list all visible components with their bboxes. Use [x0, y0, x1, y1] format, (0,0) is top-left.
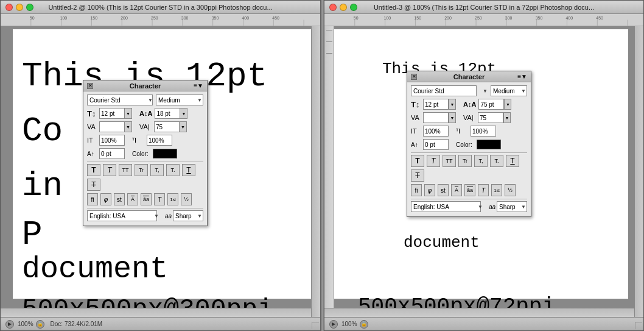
svg-text:50: 50: [30, 16, 35, 20]
oldstyle-btn-left[interactable]: φ: [100, 193, 111, 205]
font-size-field-left[interactable]: [99, 108, 125, 119]
info-icon-right[interactable]: 🔒: [360, 320, 368, 329]
kerning-field-left[interactable]: [99, 121, 125, 132]
font-size-arrow-right[interactable]: ▼: [449, 99, 456, 110]
info-icon-left[interactable]: 🔒: [36, 320, 44, 329]
titling-btn-right[interactable]: A: [451, 184, 462, 196]
kerning-arrow-left[interactable]: ▼: [125, 121, 132, 132]
italic-btn-right[interactable]: T: [427, 155, 440, 167]
bold-btn-right[interactable]: T: [411, 155, 424, 167]
smallcaps-btn-right[interactable]: Tr: [458, 155, 472, 167]
scrollbar-bottom-left[interactable]: [1, 308, 311, 317]
superscript-btn-right[interactable]: T,: [474, 155, 488, 167]
kerning-icon-right: VA: [411, 114, 421, 121]
leading-arrow-left[interactable]: ▼: [180, 108, 187, 119]
leading-field-right[interactable]: [478, 99, 504, 110]
tracking-field-right[interactable]: [478, 112, 503, 123]
leading-arrow-right[interactable]: ▼: [504, 99, 511, 110]
baseline-icon-left: A↑: [87, 151, 97, 157]
contextalt-btn-right[interactable]: āa: [464, 184, 475, 196]
color-swatch-right[interactable]: [477, 140, 501, 149]
status-icon-left[interactable]: ▶: [5, 320, 14, 329]
font-style-select-left[interactable]: Medium: [156, 94, 203, 105]
svg-text:250: 250: [151, 16, 158, 20]
vscale-field-left[interactable]: [147, 135, 172, 146]
maximize-button-right[interactable]: [350, 4, 357, 11]
antialias-select-right[interactable]: Sharp: [497, 201, 527, 212]
superscript-btn-left[interactable]: T,: [150, 164, 164, 176]
aa-label-left: аа: [165, 213, 172, 219]
scrollbar-bottom-right[interactable]: [324, 308, 634, 317]
minimize-button-left[interactable]: [16, 4, 23, 11]
allcaps-btn-left[interactable]: TT: [119, 164, 132, 176]
resize-handle-left[interactable]: [312, 322, 319, 329]
svg-text:200: 200: [444, 16, 452, 20]
tracking-arrow-right[interactable]: ▼: [503, 112, 511, 123]
maximize-button-left[interactable]: [26, 4, 33, 11]
close-button-left[interactable]: [5, 4, 13, 11]
svg-text:150: 150: [414, 16, 421, 20]
language-select-left[interactable]: English: USA: [87, 210, 157, 221]
antialias-select-left[interactable]: Sharp: [173, 210, 203, 221]
panel-menu-btn-right[interactable]: ≡▼: [517, 73, 527, 80]
bold-btn-left[interactable]: T: [87, 164, 100, 176]
contextalt-btn-left[interactable]: āa: [141, 193, 152, 205]
baseline-field-right[interactable]: [423, 139, 449, 150]
zoom-level-right: 100%: [341, 321, 357, 327]
resize-handle-right[interactable]: [635, 322, 642, 329]
language-select-right[interactable]: English: USA: [411, 201, 481, 212]
scrollbar-right[interactable]: [634, 26, 643, 317]
ligature-btn-right[interactable]: fi: [411, 184, 422, 196]
panel-title-text-right: Character: [453, 73, 485, 80]
font-size-field-right[interactable]: [423, 99, 449, 110]
font-name-select-left[interactable]: Courier Std: [87, 94, 153, 105]
leading-field-left[interactable]: [155, 108, 180, 119]
doc-text-left-3: in: [22, 166, 63, 205]
stylistic-btn-right[interactable]: T: [478, 184, 489, 196]
font-size-arrow-left[interactable]: ▼: [125, 108, 132, 119]
panel-menu-btn-left[interactable]: ≡▼: [194, 82, 203, 89]
fraction-btn-right[interactable]: ½: [505, 184, 516, 196]
vscale-field-right[interactable]: [471, 126, 496, 137]
smallcaps-btn-left[interactable]: Tr: [135, 164, 148, 176]
font-style-select-right[interactable]: Medium: [491, 85, 527, 96]
subscript-btn-right[interactable]: T.: [490, 155, 503, 167]
titling-btn-left[interactable]: A: [127, 193, 138, 205]
strikethrough-btn-right[interactable]: T: [411, 169, 424, 182]
vscale-input-left: [147, 135, 172, 146]
status-icon-right[interactable]: ▶: [329, 320, 338, 329]
ordinal-btn-right[interactable]: 1st: [491, 184, 502, 196]
kerning-field-right[interactable]: [423, 112, 449, 123]
minimize-button-right[interactable]: [340, 4, 347, 11]
baseline-field-left[interactable]: [99, 148, 125, 159]
subscript-btn-left[interactable]: T.: [166, 164, 180, 176]
status-bar-left: ▶ 100% 🔒 Doc: 732.4K/2.01M: [1, 317, 320, 330]
scrollbar-left[interactable]: [311, 26, 320, 317]
italic-btn-left[interactable]: T: [103, 164, 116, 176]
ligature-btn-left[interactable]: fi: [87, 193, 98, 205]
strikethrough-btn-left[interactable]: T: [87, 179, 100, 191]
divider-left: [87, 162, 203, 162]
strip-line-2: [326, 41, 332, 42]
color-swatch-left[interactable]: [153, 149, 177, 158]
ordinal-btn-left[interactable]: 1st: [167, 193, 178, 205]
swash-btn-left[interactable]: st: [114, 193, 125, 205]
fraction-btn-left[interactable]: ½: [181, 193, 192, 205]
kerning-arrow-right[interactable]: ▼: [449, 112, 456, 123]
swash-btn-right[interactable]: st: [438, 184, 449, 196]
tracking-field-left[interactable]: [154, 121, 180, 132]
panel-close-left[interactable]: ✕: [87, 83, 93, 89]
panel-close-right[interactable]: ✕: [411, 74, 417, 80]
stylistic-btn-left[interactable]: T: [154, 193, 165, 205]
close-button-right[interactable]: [329, 4, 337, 11]
underline-btn-right[interactable]: T: [506, 155, 519, 167]
hscale-field-left[interactable]: [99, 135, 125, 146]
font-name-wrapper-left: Courier Std ▼: [87, 94, 154, 105]
oldstyle-btn-right[interactable]: φ: [424, 184, 435, 196]
font-name-select-right[interactable]: Courier Std: [411, 85, 477, 96]
hscale-field-right[interactable]: [423, 126, 449, 137]
tracking-arrow-left[interactable]: ▼: [180, 121, 187, 132]
svg-text:300: 300: [505, 16, 513, 20]
underline-btn-left[interactable]: T: [182, 164, 195, 176]
allcaps-btn-right[interactable]: TT: [443, 155, 456, 167]
